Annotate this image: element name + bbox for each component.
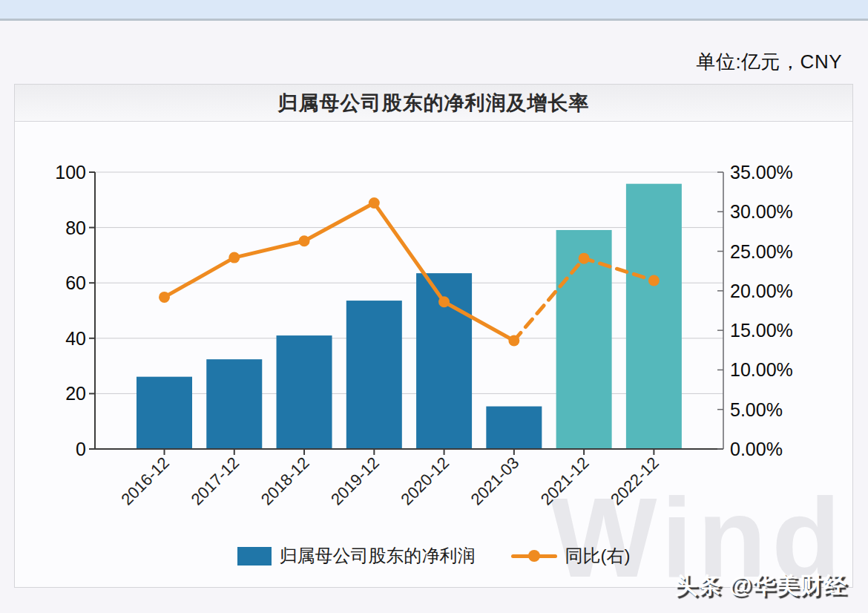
byline-watermark: 头条 @华美财经 [674,570,847,601]
svg-text:5.00%: 5.00% [730,399,783,420]
svg-text:2018-12: 2018-12 [257,453,313,509]
top-bar [0,0,868,21]
svg-text:100: 100 [55,162,86,183]
bar-swatch-icon [237,547,272,566]
legend-label-net-profit: 归属母公司股东的净利润 [280,544,476,568]
legend-item-yoy: 同比(右) [511,544,631,568]
svg-text:2021-03: 2021-03 [467,453,523,509]
svg-text:20: 20 [65,383,86,404]
svg-text:2019-12: 2019-12 [327,453,383,509]
title-band: 归属母公司股东的净利润及增长率 [15,85,852,122]
svg-text:2017-12: 2017-12 [188,453,243,509]
svg-text:80: 80 [65,217,86,238]
svg-text:2016-12: 2016-12 [117,453,173,509]
chart-canvas: 0204060801000.00%5.00%10.00%15.00%20.00%… [15,121,852,589]
svg-text:0.00%: 0.00% [730,439,783,459]
legend-label-yoy: 同比(右) [565,544,631,568]
svg-text:15.00%: 15.00% [730,320,793,341]
svg-text:20.00%: 20.00% [730,281,793,301]
chart-title: 归属母公司股东的净利润及增长率 [278,90,590,117]
svg-text:10.00%: 10.00% [730,359,793,380]
svg-text:60: 60 [65,272,86,293]
svg-text:2021-12: 2021-12 [537,453,593,509]
svg-text:2022-12: 2022-12 [607,453,662,509]
legend-item-net-profit: 归属母公司股东的净利润 [237,544,476,568]
svg-text:25.00%: 25.00% [730,241,793,262]
svg-text:35.00%: 35.00% [730,162,793,183]
svg-text:40: 40 [65,328,86,349]
line-swatch-icon [511,547,557,566]
svg-text:2020-12: 2020-12 [397,453,453,509]
svg-text:30.00%: 30.00% [730,201,793,222]
svg-text:0: 0 [76,439,86,459]
legend: 归属母公司股东的净利润 同比(右) [15,545,852,567]
chart-card: 归属母公司股东的净利润及增长率 0204060801000.00%5.00%10… [14,84,853,588]
unit-label: 单位:亿元，CNY [696,49,842,75]
